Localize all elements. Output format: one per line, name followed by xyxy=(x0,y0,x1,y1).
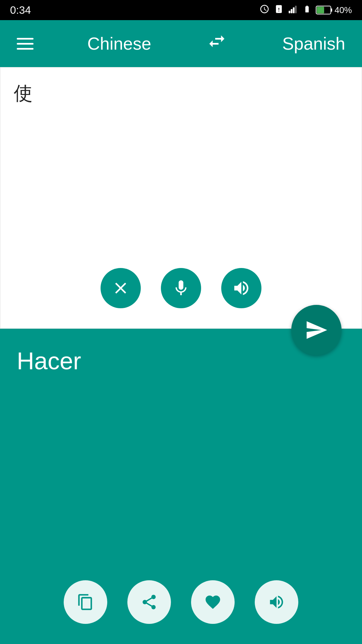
speak-translation-button[interactable] xyxy=(255,580,298,624)
source-language[interactable]: Chinese xyxy=(87,34,151,54)
speak-source-button[interactable] xyxy=(221,268,261,308)
svg-rect-5 xyxy=(331,8,332,12)
battery: 40% xyxy=(316,5,352,15)
status-time: 0:34 xyxy=(10,4,31,16)
copy-button[interactable] xyxy=(64,580,107,624)
svg-rect-6 xyxy=(317,7,324,13)
swap-languages-button[interactable] xyxy=(205,31,229,56)
menu-button[interactable] xyxy=(17,38,34,50)
microphone-button[interactable] xyxy=(161,268,201,308)
status-icons: 40% xyxy=(259,4,352,16)
output-actions xyxy=(0,580,362,624)
svg-rect-0 xyxy=(289,11,290,13)
sim-icon xyxy=(274,4,284,16)
favorite-button[interactable] xyxy=(191,580,235,624)
clear-button[interactable] xyxy=(101,268,141,308)
svg-rect-1 xyxy=(291,9,292,13)
svg-rect-3 xyxy=(295,6,297,13)
status-bar: 0:34 xyxy=(0,0,362,20)
translate-button[interactable] xyxy=(291,305,342,355)
signal-icon xyxy=(288,4,298,16)
input-actions xyxy=(0,268,362,308)
svg-rect-2 xyxy=(293,7,295,13)
toolbar: Chinese Spanish xyxy=(0,20,362,67)
output-section: Hacer xyxy=(0,329,362,644)
alarm-icon xyxy=(259,4,269,16)
share-button[interactable] xyxy=(127,580,171,624)
target-language[interactable]: Spanish xyxy=(282,34,345,54)
charging-icon xyxy=(303,4,311,16)
battery-percent: 40% xyxy=(335,5,352,15)
input-section: 使 xyxy=(0,67,362,329)
